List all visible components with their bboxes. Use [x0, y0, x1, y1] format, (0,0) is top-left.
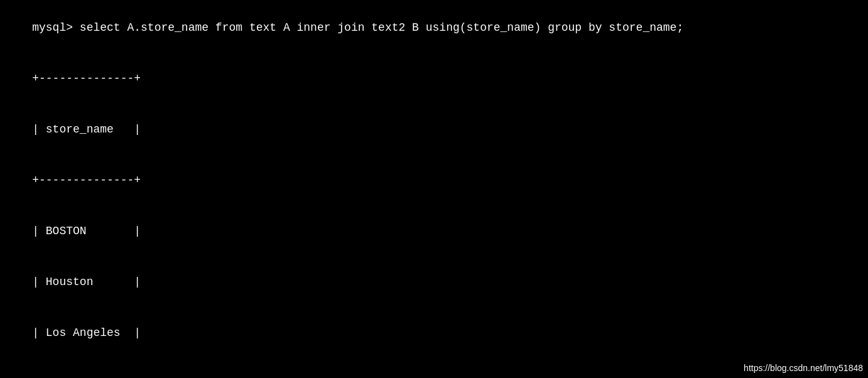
header-text-1: | store_name | — [32, 123, 141, 136]
table-header-1: | store_name | — [5, 104, 863, 155]
border-text-1a: +--------------+ — [32, 72, 141, 85]
terminal-window: mysql> select A.store_name from text A i… — [0, 0, 868, 378]
table-row-1a: | BOSTON | — [5, 206, 863, 257]
command-line-1: mysql> select A.store_name from text A i… — [5, 3, 863, 53]
table-row-1c: | Los Angeles | — [5, 308, 863, 359]
table-border-1c: +--------------+ — [5, 359, 863, 378]
table-row-1b: | Houston | — [5, 257, 863, 308]
watermark: https://blog.csdn.net/lmy51848 — [744, 363, 863, 373]
table-border-1b: +--------------+ — [5, 155, 863, 206]
row-text-1c: | Los Angeles | — [32, 327, 141, 339]
row-text-1a: | BOSTON | — [32, 225, 141, 237]
table-border-1a: +--------------+ — [5, 53, 863, 104]
row-text-1b: | Houston | — [32, 276, 141, 288]
command-text-1: mysql> select A.store_name from text A i… — [32, 21, 683, 34]
border-text-1b: +--------------+ — [32, 174, 141, 186]
